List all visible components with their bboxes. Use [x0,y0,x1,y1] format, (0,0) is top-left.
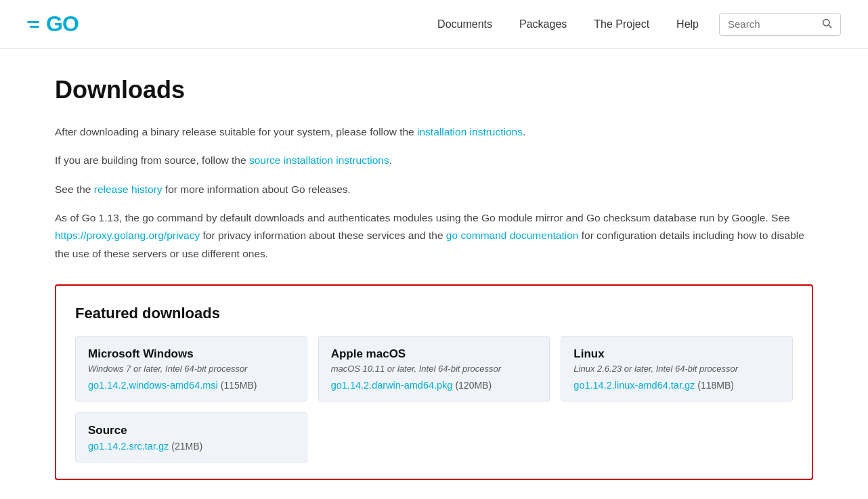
source-download-link[interactable]: go1.14.2.src.tar.gz [88,441,169,452]
windows-download-card: Microsoft Windows Windows 7 or later, In… [75,336,307,402]
linux-os-title: Linux [573,347,780,361]
intro-text: After downloading a binary release suita… [55,123,813,263]
macos-download-card: Apple macOS macOS 10.11 or later, Intel … [318,336,550,402]
linux-download-card: Linux Linux 2.6.23 or later, Intel 64-bi… [561,336,793,402]
linux-filesize: (118MB) [697,380,734,391]
logo-text: GO [46,12,79,37]
nav-help[interactable]: Help [676,18,699,30]
installation-instructions-link[interactable]: installation instructions [417,126,523,137]
proxy-privacy-link[interactable]: https://proxy.golang.org/privacy [55,230,200,241]
nav-packages[interactable]: Packages [519,18,567,30]
linux-download-link[interactable]: go1.14.2.linux-amd64.tar.gz [573,380,695,391]
main-nav: Documents Packages The Project Help [437,18,699,30]
windows-subtitle: Windows 7 or later, Intel 64-bit process… [88,364,295,374]
downloads-grid: Microsoft Windows Windows 7 or later, In… [75,336,793,402]
source-installation-link[interactable]: source installation instructions [249,154,389,166]
downloads-row2: Source go1.14.2.src.tar.gz(21MB) [75,412,793,462]
source-filesize: (21MB) [171,441,202,452]
featured-downloads-box: Featured downloads Microsoft Windows Win… [55,284,813,480]
go-command-doc-link[interactable]: go command documentation [446,230,579,241]
macos-subtitle: macOS 10.11 or later, Intel 64-bit proce… [331,364,538,374]
source-os-title: Source [88,424,295,437]
page-title: Downloads [55,76,813,104]
featured-heading: Featured downloads [75,305,793,322]
intro-para-3: See the release history for more informa… [55,181,813,198]
nav-the-project[interactable]: The Project [594,18,649,30]
macos-os-title: Apple macOS [331,347,538,361]
go-logo[interactable]: GO [27,12,79,37]
search-input[interactable] [728,18,816,30]
linux-subtitle: Linux 2.6.23 or later, Intel 64-bit proc… [573,364,780,374]
intro-para-1: After downloading a binary release suita… [55,123,813,141]
macos-download-link[interactable]: go1.14.2.darwin-amd64.pkg [331,380,453,391]
macos-filesize: (120MB) [455,380,492,391]
intro-para-2: If you are building from source, follow … [55,152,813,169]
svg-line-1 [829,25,831,28]
windows-os-title: Microsoft Windows [88,347,295,361]
logo-lines [27,21,39,28]
windows-download-link[interactable]: go1.14.2.windows-amd64.msi [88,380,218,391]
windows-filesize: (115MB) [221,380,257,391]
search-box [719,13,841,36]
source-download-card: Source go1.14.2.src.tar.gz(21MB) [75,412,307,462]
intro-para-4: As of Go 1.13, the go command by default… [55,209,813,263]
nav-documents[interactable]: Documents [437,18,492,30]
release-history-link[interactable]: release history [94,183,162,195]
search-icon [821,18,832,31]
